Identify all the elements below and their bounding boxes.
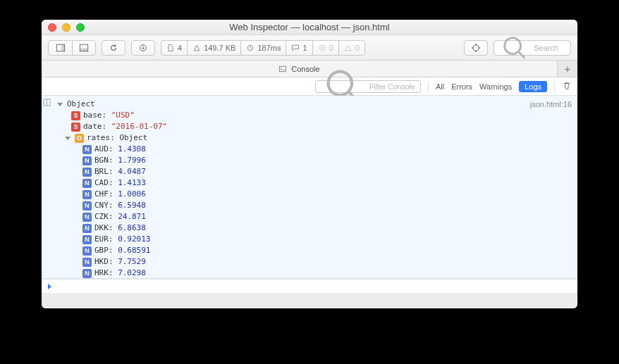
prop-key: BGN	[94, 156, 109, 165]
tree-row-base[interactable]: S base: "USD"	[57, 110, 167, 121]
prop-value: 1.0006	[118, 189, 146, 199]
prop-key: HKD	[94, 257, 109, 266]
number-badge-icon: N	[82, 156, 92, 165]
split-gutter[interactable]	[42, 99, 51, 279]
tabbar: Console +	[42, 61, 577, 77]
dock-bottom-icon	[79, 43, 89, 53]
tab-console[interactable]: Console	[42, 61, 558, 77]
time-value: 187ms	[257, 44, 281, 52]
tree-row-rate[interactable]: NCAD: 1.4133	[57, 177, 167, 189]
prop-key: date	[83, 122, 102, 131]
prop-value: "USD"	[111, 111, 135, 120]
prop-value: 1.4308	[118, 144, 146, 153]
size-value: 149.7 KB	[204, 44, 235, 52]
prop-key: CAD	[94, 178, 109, 187]
minimize-window-button[interactable]	[62, 23, 71, 32]
tree-row-rate[interactable]: NHKD: 7.7529	[57, 256, 167, 268]
tree-row-rate[interactable]: NEUR: 0.92013	[57, 234, 167, 245]
number-badge-icon: N	[82, 168, 92, 177]
prop-key: EUR	[94, 234, 109, 244]
prop-key: base	[83, 111, 102, 120]
divider	[554, 82, 555, 92]
window-controls	[48, 23, 85, 32]
add-tab-button[interactable]: +	[558, 61, 577, 77]
svg-rect-1	[61, 44, 64, 51]
logs-metric[interactable]: 1	[286, 40, 312, 56]
scope-all[interactable]: All	[436, 82, 444, 91]
tree-row-rate[interactable]: NGBP: 0.68591	[57, 245, 167, 256]
warnings-value: 0	[355, 44, 360, 52]
scope-logs[interactable]: Logs	[519, 81, 547, 92]
zoom-window-button[interactable]	[76, 23, 85, 32]
prop-key: CZK	[94, 212, 109, 221]
reload-button[interactable]	[102, 40, 125, 56]
reload-icon	[109, 43, 118, 53]
tree-row-root[interactable]: Object	[57, 99, 167, 110]
time-metric[interactable]: 187ms	[240, 40, 286, 56]
prop-value: Object	[119, 133, 147, 142]
warning-icon	[344, 44, 353, 52]
number-badge-icon: N	[82, 235, 92, 244]
svg-rect-3	[80, 48, 87, 51]
window-title: Web Inspector — localhost — json.html	[42, 22, 577, 32]
scope-warnings[interactable]: Warnings	[479, 82, 512, 91]
disclosure-triangle-icon[interactable]	[65, 137, 71, 140]
tree-row-date[interactable]: S date: "2016-01-07"	[57, 121, 167, 132]
error-icon	[318, 44, 326, 52]
string-badge-icon: S	[71, 111, 80, 120]
tree-row-rate[interactable]: NDKK: 6.8638	[57, 222, 167, 234]
disclosure-triangle-icon[interactable]	[57, 103, 63, 106]
warnings-metric[interactable]: 0	[338, 40, 365, 56]
search-input[interactable]	[534, 44, 566, 52]
prompt-chevron-icon	[47, 284, 53, 289]
number-badge-icon: N	[82, 213, 92, 222]
number-badge-icon: N	[82, 269, 92, 278]
errors-metric[interactable]: 0	[312, 40, 338, 56]
download-button[interactable]	[131, 40, 155, 56]
size-metric[interactable]: 149.7 KB	[187, 40, 240, 56]
inspect-element-button[interactable]	[464, 40, 488, 56]
object-badge-icon: O	[75, 134, 84, 143]
tree-row-rates[interactable]: O rates: Object	[57, 132, 167, 144]
dock-bottom-button[interactable]	[72, 40, 96, 56]
tree-row-rate[interactable]: NCHF: 1.0006	[57, 189, 167, 200]
tree-row-rate[interactable]: NCZK: 24.871	[57, 211, 167, 222]
prop-value: 6.8638	[118, 223, 146, 232]
number-badge-icon: N	[82, 179, 92, 188]
root-label: Object	[67, 99, 95, 110]
resources-metric[interactable]: 4	[161, 40, 187, 56]
prop-value: 4.0487	[118, 167, 146, 176]
split-icon	[43, 99, 51, 106]
dock-controls	[48, 40, 96, 56]
svg-point-8	[505, 37, 521, 54]
console-prompt[interactable]	[42, 279, 577, 293]
tree-row-rate[interactable]: NHRK: 7.0298	[57, 268, 167, 279]
prop-key: CHF	[94, 189, 109, 199]
object-tree: Object S base: "USD" S date: "2016-01-07…	[51, 99, 167, 279]
number-badge-icon: N	[82, 201, 92, 211]
titlebar: Web Inspector — localhost — json.html	[42, 20, 577, 35]
dock-right-button[interactable]	[48, 40, 72, 56]
chat-icon	[291, 44, 300, 52]
prop-value: 7.0298	[118, 268, 146, 277]
filter-input[interactable]	[369, 82, 417, 91]
filter-box[interactable]	[315, 80, 421, 93]
scope-errors[interactable]: Errors	[451, 82, 472, 91]
prop-value: 6.5948	[118, 201, 146, 210]
tree-row-rate[interactable]: NAUD: 1.4308	[57, 144, 167, 155]
prop-key: CNY	[94, 201, 109, 210]
tree-row-rate[interactable]: NBRL: 4.0487	[57, 166, 167, 177]
tree-row-rate[interactable]: NCNY: 6.5948	[57, 200, 167, 211]
prop-key: AUD	[94, 144, 109, 153]
dock-right-icon	[56, 43, 66, 53]
number-badge-icon: N	[82, 190, 92, 199]
weight-icon	[192, 44, 201, 52]
source-location[interactable]: json.html:16	[530, 99, 572, 110]
prop-key: HRK	[94, 268, 109, 277]
close-window-button[interactable]	[48, 23, 56, 32]
prop-value: 1.7996	[118, 156, 146, 165]
toolbar-search[interactable]	[494, 40, 571, 56]
inspector-window: Web Inspector — localhost — json.html 4	[42, 20, 577, 308]
clear-log-button[interactable]	[562, 81, 572, 92]
tree-row-rate[interactable]: NBGN: 1.7996	[57, 155, 167, 166]
